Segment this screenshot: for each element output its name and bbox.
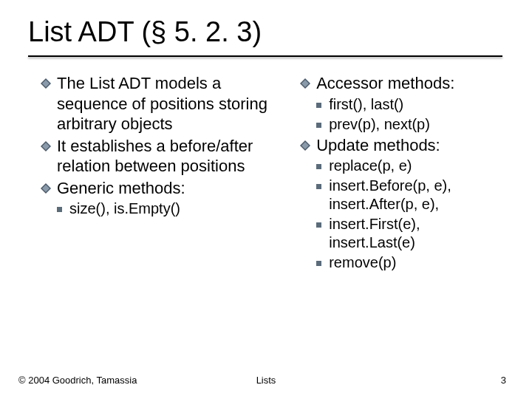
bullet-item: It establishes a before/after relation b… bbox=[41, 136, 287, 177]
sub-bullet-item: prev(p), next(p) bbox=[300, 115, 510, 134]
sub-bullet-text: prev(p), next(p) bbox=[329, 115, 430, 134]
bullet-item: The List ADT models a sequence of positi… bbox=[41, 73, 287, 134]
copyright: © 2004 Goodrich, Tamassia bbox=[18, 375, 137, 386]
sub-bullet-item: insert.Before(p, e), insert.After(p, e), bbox=[300, 177, 510, 214]
left-column: The List ADT models a sequence of positi… bbox=[41, 73, 287, 273]
sub-bullet-item: insert.First(e), insert.Last(e) bbox=[300, 215, 510, 252]
footer: © 2004 Goodrich, Tamassia Lists 3 bbox=[0, 375, 532, 386]
page-number: 3 bbox=[501, 375, 506, 386]
sub-bullet-item: remove(p) bbox=[300, 253, 510, 272]
right-column: Accessor methods: first(), last() prev(p… bbox=[300, 73, 510, 273]
square-icon bbox=[57, 207, 62, 212]
bullet-text: The List ADT models a sequence of positi… bbox=[57, 73, 287, 134]
slide-title: List ADT (§ 5. 2. 3) bbox=[0, 0, 532, 48]
sub-bullet-item: first(), last() bbox=[300, 95, 510, 114]
bullet-item: Generic methods: bbox=[41, 178, 287, 199]
square-icon bbox=[316, 184, 321, 189]
diamond-icon bbox=[41, 78, 51, 89]
diamond-icon bbox=[300, 78, 310, 89]
bullet-text: Update methods: bbox=[316, 135, 440, 156]
bullet-text: Accessor methods: bbox=[316, 73, 454, 94]
bullet-item: Accessor methods: bbox=[300, 73, 510, 94]
sub-bullet-item: size(), is.Empty() bbox=[41, 200, 287, 218]
square-icon bbox=[316, 261, 321, 266]
bullet-text: Generic methods: bbox=[57, 178, 185, 199]
footer-title: Lists bbox=[256, 375, 276, 386]
square-icon bbox=[316, 222, 321, 228]
sub-bullet-text: first(), last() bbox=[329, 95, 403, 114]
sub-bullet-text: insert.Before(p, e), insert.After(p, e), bbox=[329, 177, 510, 214]
bullet-text: It establishes a before/after relation b… bbox=[57, 136, 287, 177]
sub-bullet-text: replace(p, e) bbox=[329, 157, 412, 175]
bullet-item: Update methods: bbox=[300, 135, 510, 156]
diamond-icon bbox=[300, 140, 310, 151]
sub-bullet-item: replace(p, e) bbox=[300, 157, 510, 175]
square-icon bbox=[316, 103, 321, 108]
diamond-icon bbox=[41, 141, 51, 151]
sub-bullet-text: insert.First(e), insert.Last(e) bbox=[329, 215, 510, 252]
diamond-icon bbox=[41, 183, 51, 194]
square-icon bbox=[316, 164, 321, 169]
content-area: The List ADT models a sequence of positi… bbox=[0, 57, 532, 273]
sub-bullet-text: size(), is.Empty() bbox=[69, 200, 180, 218]
sub-bullet-text: remove(p) bbox=[329, 253, 396, 272]
square-icon bbox=[316, 123, 321, 128]
